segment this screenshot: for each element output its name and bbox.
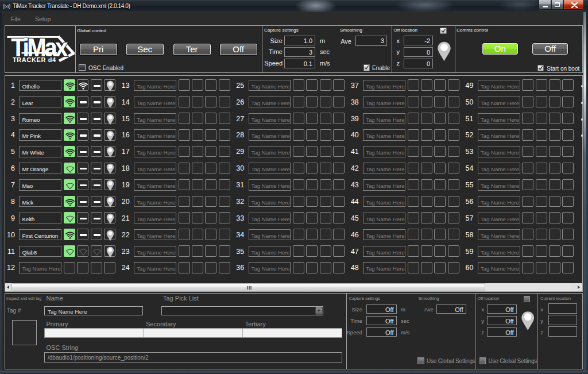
svg-text:TRACKER d4: TRACKER d4 <box>13 56 56 63</box>
